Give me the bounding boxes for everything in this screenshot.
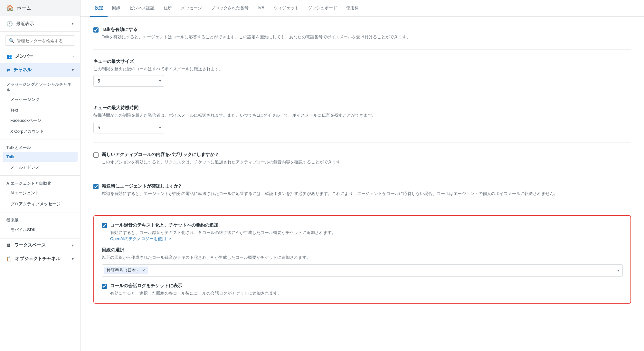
sidebar-recent-left: 🕐 最近表示 [6, 21, 34, 27]
chevron-right-icon: › [72, 54, 74, 58]
settings-content: Talkを有効にする Talkを有効にすると、エージェントはコールに応答すること… [80, 17, 644, 351]
sidebar-item-workspace[interactable]: 🖥 ワークスペース ▾ [0, 238, 80, 252]
sidebar-talk-section: Talkとメール Talk メールアドレス [0, 140, 80, 176]
tab-business-auth[interactable]: ビジネス認証 [125, 0, 159, 17]
sidebar-item-facebook[interactable]: Facebookページ [0, 115, 80, 126]
chevron-up-icon: ▾ [72, 68, 74, 72]
sidebar-item-email[interactable]: メールアドレス [0, 162, 80, 173]
sidebar-members-label: メンバー [15, 54, 33, 59]
tab-widget[interactable]: ウィジェット [269, 0, 303, 17]
sidebar-item-members[interactable]: 👥 メンバー › [0, 50, 80, 63]
sidebar-home-item[interactable]: 🏠 ホーム [0, 0, 80, 16]
sidebar-recent-item[interactable]: 🕐 最近表示 ▾ [0, 16, 80, 32]
public-active-call-section: 新しいアクティブコールの内容をパブリックにしますか？ このオプションを有効にする… [93, 152, 631, 175]
tag-select-arrow-icon: ▾ [617, 268, 619, 273]
sidebar-item-mobile-sdk[interactable]: モバイルSDK [0, 224, 80, 235]
queue-max-wait-section: キューの最大待機時間 待機時間がこの制限を超えた発信者は、ボイスメールに転送され… [93, 105, 631, 143]
line-selection-label: 回線の選択 [102, 247, 623, 253]
main-panel: 設定 回線 ビジネス認証 住所 メッセージ ブロックされた番号 IVR ウィジェ… [80, 0, 644, 351]
public-active-call-desc: このオプションを有効にすると、リクエスタは、チケットに追加されたアクティブコール… [102, 159, 340, 165]
sidebar-item-text[interactable]: Text [0, 105, 80, 115]
queue-max-size-select[interactable]: 5 1234 678910 [93, 75, 164, 87]
chevron-down-icon-ws: ▾ [72, 243, 74, 248]
sidebar-item-channels[interactable]: ⇄ チャネル ▾ [0, 63, 80, 77]
channels-icon: ⇄ [6, 67, 10, 73]
show-call-log-subsection: コールの会話ログをチケットに表示 有効にすると、選択した回線の各コール後にコール… [102, 283, 623, 297]
queue-max-size-label: キューの最大サイズ [93, 59, 631, 64]
sidebar-messaging-label: メッセージングとソーシャルチャネル [0, 79, 80, 94]
selected-tag: 検証番号（日本） ✕ [104, 267, 148, 274]
sidebar-item-objchannel[interactable]: 📋 オブジェクトチャネル ▾ [0, 252, 80, 266]
transfer-agent-confirm-desc: 確認を有効にすると、エージェントが自分の電話に転送されたコールに応答するには、確… [102, 190, 558, 197]
transfer-agent-confirm-section: 転送時にエージェントが確認しますか? 確認を有効にすると、エージェントが自分の電… [93, 183, 631, 206]
search-icon: 🔍 [9, 38, 14, 43]
line-selection-desc: 以下の回線から作成されたコール録音がテキスト化され、AIが生成したコール概要がチ… [102, 254, 623, 261]
clock-icon: 🕐 [6, 21, 13, 27]
objchannel-icon: 📋 [6, 256, 12, 261]
tab-address[interactable]: 住所 [159, 0, 176, 17]
talk-enable-section: Talkを有効にする Talkを有効にすると、エージェントはコールに応答すること… [93, 27, 631, 50]
sidebar-item-proactive[interactable]: プロアクティブメッセージ [0, 199, 80, 210]
talk-enable-label: Talkを有効にする [102, 27, 411, 33]
tab-settings[interactable]: 設定 [90, 0, 108, 17]
queue-max-wait-label: キューの最大待機時間 [93, 105, 631, 111]
home-icon: 🏠 [6, 5, 14, 12]
call-transcription-highlight-box: コール録音のテキスト化と、チケットへの要約の追加 有効にすると、コール録音がテキ… [93, 215, 631, 304]
transfer-agent-confirm-label: 転送時にエージェントが確認しますか? [102, 183, 558, 189]
tab-blocked-numbers[interactable]: ブロックされた番号 [206, 0, 253, 17]
sidebar-item-messaging[interactable]: メッセージング [0, 94, 80, 105]
show-call-log-label: コールの会話ログをチケットに表示 [110, 283, 282, 289]
talk-enable-row: Talkを有効にする Talkを有効にすると、エージェントはコールに応答すること… [93, 27, 631, 40]
sidebar-workspace-label: ワークスペース [14, 242, 46, 248]
queue-max-wait-select[interactable]: 5 1234 678910 [93, 122, 164, 133]
queue-max-size-section: キューの最大サイズ この制限を超えた後のコールはすべてボイスメールに転送されます… [93, 59, 631, 96]
line-selection-subsection: 回線の選択 以下の回線から作成されたコール録音がテキスト化され、AIが生成したコ… [102, 247, 623, 277]
show-call-log-checkbox[interactable] [102, 284, 107, 289]
sidebar-item-ai-agent[interactable]: AIエージェント [0, 188, 80, 199]
public-active-call-label: 新しいアクティブコールの内容をパブリックにしますか？ [102, 152, 340, 158]
call-transcription-label: コール録音のテキスト化と、チケットへの要約の追加 [110, 222, 336, 228]
talk-enable-desc: Talkを有効にすると、エージェントはコールに応答することができます。この設定を… [102, 34, 411, 40]
tag-remove-button[interactable]: ✕ [142, 268, 145, 273]
tag-label: 検証番号（日本） [107, 268, 140, 273]
call-transcription-desc: 有効にすると、コール録音がテキスト化され、各コールの終了後にAIが生成したコール… [110, 229, 336, 242]
queue-max-size-desc: この制限を超えた後のコールはすべてボイスメールに転送されます。 [93, 66, 631, 72]
tab-circuit[interactable]: 回線 [108, 0, 125, 17]
public-active-call-checkbox[interactable] [93, 152, 99, 158]
transfer-agent-confirm-checkbox[interactable] [93, 184, 99, 189]
sidebar-channels-label: チャネル [14, 67, 32, 73]
tab-usage[interactable]: 使用料 [342, 0, 363, 17]
public-active-call-row: 新しいアクティブコールの内容をパブリックにしますか？ このオプションを有効にする… [93, 152, 631, 165]
sidebar-ai-label: AIエージェントと自動化 [0, 178, 80, 188]
workspace-icon: 🖥 [6, 243, 11, 248]
tab-dashboard[interactable]: ダッシュボード [303, 0, 342, 17]
openai-link[interactable]: OpenAIのテクノロジーを使用 ↗ [110, 236, 171, 241]
sidebar: 🏠 ホーム 🕐 最近表示 ▾ 🔍 👥 メンバー › ⇄ チャネル ▾ [0, 0, 80, 351]
tab-message[interactable]: メッセージ [176, 0, 206, 17]
sidebar-item-xcorp[interactable]: X Corpアカウント [0, 126, 80, 137]
external-link-icon: ↗ [168, 237, 171, 241]
sidebar-channels-section: ⇄ チャネル ▾ メッセージングとソーシャルチャネル メッセージング Text … [0, 63, 80, 238]
sidebar-ai-section: AIエージェントと自動化 AIエージェント プロアクティブメッセージ [0, 176, 80, 212]
sidebar-item-talk[interactable]: Talk [3, 152, 78, 162]
queue-max-size-wrapper: 5 1234 678910 ▾ [93, 75, 164, 87]
show-call-log-desc: 有効にすると、選択した回線の各コール後にコールの会話ログがチケットに追加されます… [110, 290, 282, 297]
chevron-down-icon: ▾ [72, 22, 74, 26]
call-transcription-row: コール録音のテキスト化と、チケットへの要約の追加 有効にすると、コール録音がテキ… [102, 222, 623, 242]
talk-enable-checkbox[interactable] [93, 27, 99, 33]
search-input[interactable] [17, 38, 71, 43]
search-box[interactable]: 🔍 [5, 35, 75, 46]
tab-ivr[interactable]: IVR [253, 0, 269, 17]
sidebar-objchannel-label: オブジェクトチャネル [15, 256, 60, 262]
tab-bar: 設定 回線 ビジネス認証 住所 メッセージ ブロックされた番号 IVR ウィジェ… [80, 0, 644, 17]
queue-max-wait-wrapper: 5 1234 678910 ▾ [93, 122, 164, 133]
sidebar-home-label: ホーム [17, 5, 31, 11]
call-transcription-checkbox[interactable] [102, 223, 107, 228]
sidebar-talk-label: Talkとメール [0, 142, 80, 152]
sidebar-messaging-section: メッセージングとソーシャルチャネル メッセージング Text Facebookペ… [0, 77, 80, 140]
show-call-log-row: コールの会話ログをチケットに表示 有効にすると、選択した回線の各コール後にコール… [102, 283, 623, 297]
transfer-agent-confirm-row: 転送時にエージェントが確認しますか? 確認を有効にすると、エージェントが自分の電… [93, 183, 631, 197]
chevron-down-icon-obj: ▾ [72, 257, 74, 261]
sidebar-recent-label: 最近表示 [16, 21, 34, 27]
line-selection-select[interactable]: 検証番号（日本） ✕ ▾ [102, 264, 623, 277]
